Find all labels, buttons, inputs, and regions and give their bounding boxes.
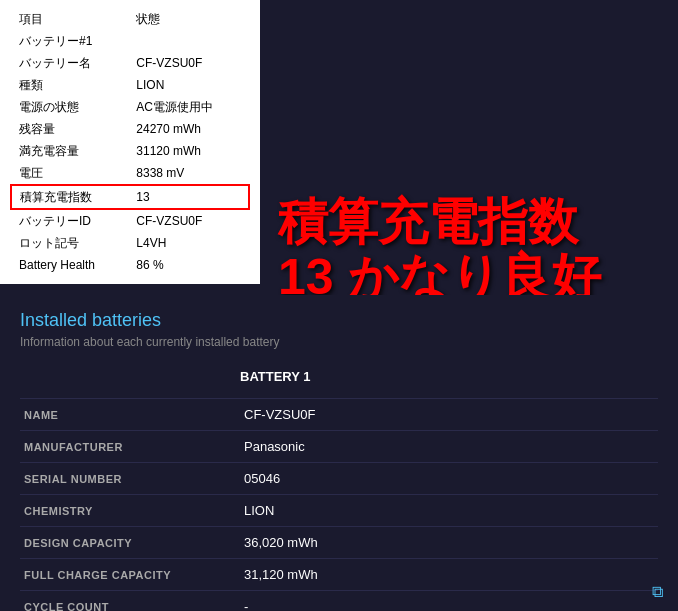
col-header-value: 状態 bbox=[132, 8, 249, 30]
row-label: バッテリーID bbox=[11, 209, 132, 232]
row-value: CF-VZSU0F bbox=[132, 209, 249, 232]
row-label: 電圧 bbox=[11, 162, 132, 185]
table-row: バッテリーID CF-VZSU0F bbox=[11, 209, 249, 232]
table-row: Battery Health 86 % bbox=[11, 254, 249, 276]
detail-value: Panasonic bbox=[240, 431, 658, 463]
table-row: バッテリー名 CF-VZSU0F bbox=[11, 52, 249, 74]
battery-section-label: バッテリー#1 bbox=[11, 30, 249, 52]
row-label: バッテリー名 bbox=[11, 52, 132, 74]
table-row: ロット記号 L4VH bbox=[11, 232, 249, 254]
charge-index-value: 13 bbox=[132, 185, 249, 209]
detail-value: - bbox=[240, 591, 658, 612]
detail-label: MANUFACTURER bbox=[20, 431, 240, 463]
row-value: 24270 mWh bbox=[132, 118, 249, 140]
overlay-annotation: 積算充電指数 13 かなり良好 bbox=[278, 195, 668, 305]
col-header-label: 項目 bbox=[11, 8, 132, 30]
row-label: ロット記号 bbox=[11, 232, 132, 254]
row-value: AC電源使用中 bbox=[132, 96, 249, 118]
detail-value: CF-VZSU0F bbox=[240, 399, 658, 431]
battery-info-panel: 項目 状態 バッテリー#1 バッテリー名 CF-VZSU0F 種類 LION 電… bbox=[0, 0, 260, 284]
table-row: 電圧 8338 mV bbox=[11, 162, 249, 185]
battery-section-row: バッテリー#1 bbox=[11, 30, 249, 52]
detail-value: LION bbox=[240, 495, 658, 527]
row-value: CF-VZSU0F bbox=[132, 52, 249, 74]
detail-value: 36,020 mWh bbox=[240, 527, 658, 559]
row-label: 種類 bbox=[11, 74, 132, 96]
detail-value: 31,120 mWh bbox=[240, 559, 658, 591]
battery-info-table: 項目 状態 バッテリー#1 バッテリー名 CF-VZSU0F 種類 LION 電… bbox=[10, 8, 250, 276]
battery-detail-table: NAME CF-VZSU0F MANUFACTURER Panasonic SE… bbox=[20, 398, 658, 611]
detail-label: CHEMISTRY bbox=[20, 495, 240, 527]
highlighted-charge-row: 積算充電指数 13 bbox=[11, 185, 249, 209]
table-header-row: 項目 状態 bbox=[11, 8, 249, 30]
detail-label: DESIGN CAPACITY bbox=[20, 527, 240, 559]
row-label: 満充電容量 bbox=[11, 140, 132, 162]
list-item: DESIGN CAPACITY 36,020 mWh bbox=[20, 527, 658, 559]
row-label: 残容量 bbox=[11, 118, 132, 140]
table-row: 電源の状態 AC電源使用中 bbox=[11, 96, 249, 118]
charge-index-label: 積算充電指数 bbox=[11, 185, 132, 209]
overlay-line1: 積算充電指数 bbox=[278, 195, 668, 250]
battery-1-header: BATTERY 1 bbox=[240, 369, 658, 384]
table-row: 残容量 24270 mWh bbox=[11, 118, 249, 140]
detail-label: CYCLE COUNT bbox=[20, 591, 240, 612]
detail-label: SERIAL NUMBER bbox=[20, 463, 240, 495]
detail-label: FULL CHARGE CAPACITY bbox=[20, 559, 240, 591]
detail-label: NAME bbox=[20, 399, 240, 431]
row-value: L4VH bbox=[132, 232, 249, 254]
detail-value: 05046 bbox=[240, 463, 658, 495]
table-row: 満充電容量 31120 mWh bbox=[11, 140, 249, 162]
list-item: CYCLE COUNT - bbox=[20, 591, 658, 612]
row-label: 電源の状態 bbox=[11, 96, 132, 118]
installed-batteries-subtitle: Information about each currently install… bbox=[20, 335, 658, 349]
installed-batteries-title: Installed batteries bbox=[20, 310, 658, 331]
list-item: MANUFACTURER Panasonic bbox=[20, 431, 658, 463]
row-label: Battery Health bbox=[11, 254, 132, 276]
table-row: 種類 LION bbox=[11, 74, 249, 96]
list-item: NAME CF-VZSU0F bbox=[20, 399, 658, 431]
installed-batteries-panel: Installed batteries Information about ea… bbox=[0, 295, 678, 611]
external-link-icon[interactable]: ⧉ bbox=[652, 583, 663, 601]
row-value: 8338 mV bbox=[132, 162, 249, 185]
list-item: SERIAL NUMBER 05046 bbox=[20, 463, 658, 495]
list-item: FULL CHARGE CAPACITY 31,120 mWh bbox=[20, 559, 658, 591]
row-value: 86 % bbox=[132, 254, 249, 276]
row-value: LION bbox=[132, 74, 249, 96]
list-item: CHEMISTRY LION bbox=[20, 495, 658, 527]
row-value: 31120 mWh bbox=[132, 140, 249, 162]
